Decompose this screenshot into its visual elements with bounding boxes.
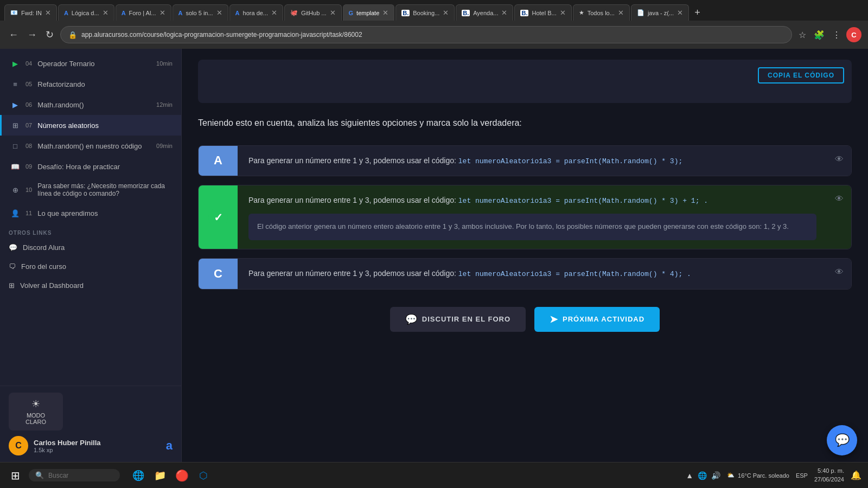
chat-bubble-button[interactable]: 💬 <box>827 425 857 455</box>
notification-icon[interactable]: 🔔 <box>851 470 861 480</box>
tab-hotel[interactable]: B. Hotel B... ✕ <box>514 4 571 21</box>
taskbar-app-chrome[interactable]: 🔴 <box>172 466 192 485</box>
user-avatar-browser: C <box>846 27 861 42</box>
sidebar-link-discord[interactable]: 💬 Discord Alura <box>0 238 181 257</box>
taskbar-app-files[interactable]: 📁 <box>150 466 170 485</box>
tab-java[interactable]: 📄 java - z(... ✕ <box>631 4 689 21</box>
main-layout: ▶ 04 Operador Ternario 10min ≡ 05 Refact… <box>0 49 868 462</box>
address-bar[interactable]: 🔒 app.aluracursos.com/course/logica-prog… <box>60 26 792 43</box>
mode-toggle-button[interactable]: ☀ MODO CLARO <box>9 393 63 431</box>
tab-booking[interactable]: B. Booking... ✕ <box>395 4 455 21</box>
code-block: COPIA EL CÓDIGO <box>198 60 852 103</box>
tab-close[interactable]: ✕ <box>382 9 388 17</box>
taskbar-app-edge[interactable]: 🌐 <box>129 466 148 485</box>
tab-solo5[interactable]: A solo 5 in... ✕ <box>173 4 228 21</box>
tab-close[interactable]: ✕ <box>560 9 566 17</box>
list-icon: ≡ <box>10 79 20 89</box>
foro-label: Foro del curso <box>21 262 66 271</box>
tab-close[interactable]: ✕ <box>103 9 108 17</box>
discuss-button[interactable]: 💬 DISCUTIR EN EL FORO <box>390 307 526 332</box>
content-area: COPIA EL CÓDIGO Teniendo esto en cuenta,… <box>182 49 868 462</box>
item-label-05: Refactorizando <box>37 80 85 88</box>
sidebar-item-desafio[interactable]: 📖 09 Desafío: Hora de practicar <box>0 156 181 177</box>
tab-close[interactable]: ✕ <box>271 9 277 17</box>
taskbar-search[interactable]: 🔍 <box>29 469 120 481</box>
browser-tabs: 📧 Fwd: IN ✕ A Lógica d... ✕ A Foro | Al.… <box>0 0 868 21</box>
sidebar-link-foro[interactable]: 🗨 Foro del curso <box>0 257 181 276</box>
alura-icon: A <box>122 10 126 16</box>
grid-icon: ⊞ <box>10 120 20 130</box>
taskbar-search-input[interactable] <box>48 472 113 479</box>
tab-template[interactable]: G template ✕ <box>343 4 395 21</box>
option-a-card[interactable]: A Para generar un número entre 1 y 3, po… <box>198 145 852 177</box>
lock-icon: 🔒 <box>68 31 77 39</box>
forward-button[interactable]: → <box>25 27 39 43</box>
tab-label: Lógica d... <box>72 10 99 16</box>
tab-close[interactable]: ✕ <box>45 9 51 17</box>
tab-foro[interactable]: A Foro | Al... ✕ <box>116 4 171 21</box>
item-label-06: Math.random() <box>37 101 84 109</box>
item-label-11: Lo que aprendimos <box>37 209 98 217</box>
option-b-body: Para generar un número entre 1 y 3, pode… <box>238 185 827 249</box>
sidebar-item-math-random[interactable]: ▶ 06 Math.random() 12min <box>0 94 181 115</box>
tab-close[interactable]: ✕ <box>159 9 165 17</box>
windows-start-button[interactable]: ⊞ <box>7 467 24 484</box>
extensions-button[interactable]: 🧩 <box>812 28 827 42</box>
item-num-11: 11 <box>25 210 32 216</box>
item-duration-06: 12min <box>156 101 173 108</box>
play-icon: ▶ <box>10 59 20 68</box>
discuss-btn-label: DISCUTIR EN EL FORO <box>422 315 510 323</box>
option-a-label: A <box>199 146 238 176</box>
tab-close[interactable]: ✕ <box>443 9 449 17</box>
tab-close[interactable]: ✕ <box>677 9 683 17</box>
alura-icon: A <box>64 10 68 16</box>
address-text: app.aluracursos.com/course/logica-progra… <box>81 31 362 38</box>
question-text: Teniendo esto en cuenta, analiza las sig… <box>198 116 852 130</box>
taskbar-app-vscode[interactable]: ⬡ <box>194 466 213 485</box>
tab-close[interactable]: ✕ <box>216 9 222 17</box>
tab-ayenda[interactable]: B. Ayenda... ✕ <box>456 4 513 21</box>
sidebar-bottom: ☀ MODO CLARO C Carlos Huber Pinilla 1.5k… <box>0 386 181 462</box>
network-icon[interactable]: 🌐 <box>698 471 707 480</box>
tab-github[interactable]: 🐙 GitHub ... ✕ <box>284 4 341 21</box>
volume-icon[interactable]: 🔊 <box>711 471 720 480</box>
option-c-card[interactable]: C Para generar un número entre 1 y 3, po… <box>198 258 852 290</box>
sidebar-item-para-saber[interactable]: ⊕ 10 Para saber más: ¿Necesito memorizar… <box>0 177 181 203</box>
option-b-text: Para generar un número entre 1 y 3, pode… <box>248 194 816 207</box>
tab-logica[interactable]: A Lógica d... ✕ <box>58 4 114 21</box>
copy-code-button[interactable]: COPIA EL CÓDIGO <box>758 67 844 84</box>
item-duration-08: 09min <box>156 143 173 149</box>
taskbar-right: ▲ 🌐 🔊 ⛅ 16°C Parc. soleado ESP 5:40 p. m… <box>686 467 861 484</box>
sidebar-item-numeros-aleatorios[interactable]: ⊞ 07 Números aleatorios <box>0 115 181 136</box>
eye-icon-c[interactable]: 👁 <box>835 267 844 277</box>
gmail-icon: 📧 <box>10 9 18 16</box>
back-button[interactable]: ← <box>7 27 21 43</box>
sys-icons: ▲ 🌐 🔊 <box>686 471 720 480</box>
eye-icon-b[interactable]: 👁 <box>835 194 844 204</box>
booking2-icon: B. <box>462 10 470 16</box>
sidebar-item-operador-ternario[interactable]: ▶ 04 Operador Ternario 10min <box>0 53 181 74</box>
sidebar-item-math-random-code[interactable]: □ 08 Math.random() en nuestro código 09m… <box>0 136 181 156</box>
option-b-eye: 👁 <box>827 185 851 249</box>
next-activity-button[interactable]: ➤ PRÓXIMA ACTIVIDAD <box>534 307 660 332</box>
sidebar-item-refactorizando[interactable]: ≡ 05 Refactorizando <box>0 74 181 94</box>
option-b-card[interactable]: ✓ Para generar un número entre 1 y 3, po… <box>198 185 852 249</box>
option-c-eye: 👁 <box>827 259 851 289</box>
reload-button[interactable]: ↻ <box>43 27 56 43</box>
weather-text: 16°C Parc. soleado <box>738 472 789 479</box>
tab-close[interactable]: ✕ <box>330 9 336 17</box>
tab-close[interactable]: ✕ <box>501 9 507 17</box>
chevron-up-icon[interactable]: ▲ <box>686 471 693 480</box>
tab-close[interactable]: ✕ <box>618 9 624 17</box>
bookmark-star-button[interactable]: ☆ <box>796 28 808 42</box>
eye-icon[interactable]: 👁 <box>835 155 844 164</box>
menu-button[interactable]: ⋮ <box>830 28 843 42</box>
sidebar-item-lo-que-aprendimos[interactable]: 👤 11 Lo que aprendimos <box>0 203 181 223</box>
discord-icon: 💬 <box>9 243 17 252</box>
browser-toolbar: ← → ↻ 🔒 app.aluracursos.com/course/logic… <box>0 21 868 49</box>
tab-todos[interactable]: ★ Todos lo... ✕ <box>573 4 630 21</box>
new-tab-button[interactable]: + <box>692 5 703 21</box>
sidebar-link-dashboard[interactable]: ⊞ Volver al Dashboard <box>0 276 181 295</box>
tab-gmail[interactable]: 📧 Fwd: IN ✕ <box>4 4 57 21</box>
tab-hora[interactable]: A hora de... ✕ <box>229 4 283 21</box>
